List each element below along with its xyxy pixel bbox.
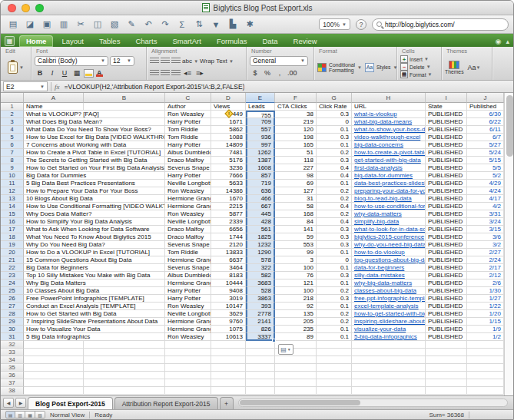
- column-header-C[interactable]: C: [165, 93, 211, 103]
- cell-author[interactable]: Severus Snape: [165, 241, 211, 249]
- cell-url[interactable]: how-to-use-conditional-formatting: [352, 203, 426, 210]
- cell-name[interactable]: How to Do a VLOOKUP in Excel [TUTORIAL]: [24, 249, 165, 256]
- cell-leads[interactable]: 1387: [246, 157, 275, 164]
- cell-empty[interactable]: [467, 356, 504, 364]
- cell-name[interactable]: Why Does Data Matter?: [24, 210, 165, 218]
- cell-state[interactable]: PUBLISHED: [426, 111, 467, 118]
- cell-empty[interactable]: [275, 356, 317, 364]
- cell-name[interactable]: What Data Do You Need To Show Your Boss?: [24, 126, 165, 134]
- cell-empty[interactable]: [211, 356, 246, 364]
- cell-leads[interactable]: 3863: [246, 295, 275, 303]
- cell-cta-clicks[interactable]: 51: [275, 149, 317, 157]
- cell-empty[interactable]: [84, 379, 165, 387]
- header-cell[interactable]: Leads: [246, 103, 275, 111]
- cell-empty[interactable]: [211, 387, 246, 395]
- new-document-icon[interactable]: ▤: [5, 17, 21, 31]
- cell-author[interactable]: Tom Riddle: [165, 126, 211, 134]
- decrease-indent-button[interactable]: ◂≡: [182, 68, 193, 78]
- cell-click-rate[interactable]: 0.4: [317, 218, 352, 226]
- cell-url[interactable]: why-do-you-need-big-data: [352, 241, 426, 249]
- row-header-25[interactable]: 25: [1, 287, 24, 295]
- cell-views[interactable]: 14386: [211, 187, 246, 195]
- cell-click-rate[interactable]: 0.1: [317, 249, 352, 256]
- cell-cta-clicks[interactable]: 59: [275, 233, 317, 241]
- cell-empty[interactable]: [246, 341, 275, 349]
- ribbon-tab-smartart[interactable]: SmartArt: [165, 35, 207, 47]
- cell-cta-clicks[interactable]: 99: [275, 249, 317, 256]
- cell-empty[interactable]: [426, 364, 467, 372]
- cell-empty[interactable]: [84, 349, 165, 356]
- align-bottom-icon[interactable]: [171, 58, 181, 64]
- cell-published[interactable]: 4/2: [467, 203, 504, 210]
- row-header-20[interactable]: 20: [1, 249, 24, 256]
- cell-author[interactable]: Tom Riddle: [165, 249, 211, 256]
- chart-icon[interactable]: ▙: [225, 17, 240, 31]
- cell-empty[interactable]: [317, 364, 352, 372]
- cell-empty[interactable]: [352, 356, 426, 364]
- column-header-B[interactable]: B: [84, 93, 165, 103]
- cell-author[interactable]: Neville Longbottom: [165, 218, 211, 226]
- align-right-icon[interactable]: [171, 70, 181, 77]
- cell-views[interactable]: 3019: [211, 295, 246, 303]
- cell-author[interactable]: Hermione Granger: [165, 326, 211, 333]
- cell-author[interactable]: Harry Potter: [165, 172, 211, 180]
- cell-name[interactable]: How to Get Started with Big Data: [24, 310, 165, 318]
- cell-empty[interactable]: [24, 372, 84, 379]
- cell-click-rate[interactable]: 0.1: [317, 180, 352, 187]
- cell-name[interactable]: The Secrets to Getting Started with Big …: [24, 157, 165, 164]
- cell-author[interactable]: Neville Longbottom: [165, 310, 211, 318]
- cell-url[interactable]: blog-to-read-big-data: [352, 195, 426, 203]
- cell-author[interactable]: Hermione Granger: [165, 195, 211, 203]
- cell-empty[interactable]: [246, 379, 275, 387]
- cell-name[interactable]: How to Prepare Your Data For Your Boss: [24, 187, 165, 195]
- cell-url[interactable]: simplify-big-data: [352, 218, 426, 226]
- number-format-decimal-button[interactable]: .00: [287, 68, 298, 78]
- cell-leads[interactable]: 445: [246, 210, 275, 218]
- cell-author[interactable]: Draco Malfoy: [165, 226, 211, 233]
- row-header-23[interactable]: 23: [1, 272, 24, 279]
- cell-empty[interactable]: [24, 387, 84, 395]
- cell-author[interactable]: Hermione Granger: [165, 318, 211, 326]
- cell-empty[interactable]: [84, 356, 165, 364]
- ribbon-tab-tables[interactable]: Tables: [92, 35, 127, 47]
- cell-empty[interactable]: [352, 364, 426, 372]
- row-header-3[interactable]: 3: [1, 118, 24, 126]
- cell-empty[interactable]: [165, 349, 211, 356]
- cell-state[interactable]: PUBLISHED: [426, 226, 467, 233]
- cell-published[interactable]: 5/5: [467, 164, 504, 172]
- cell-leads[interactable]: 997: [246, 141, 275, 149]
- row-header-31[interactable]: 31: [1, 333, 24, 341]
- cell-published[interactable]: 4/17: [467, 195, 504, 203]
- header-cell[interactable]: URL: [352, 103, 426, 111]
- cell-empty[interactable]: [275, 387, 317, 395]
- cell-empty[interactable]: [24, 356, 84, 364]
- cell-leads[interactable]: 755: [246, 111, 275, 118]
- cell-state[interactable]: PUBLISHED: [426, 210, 467, 218]
- column-header-H[interactable]: H: [352, 93, 426, 103]
- cell-empty[interactable]: [24, 349, 84, 356]
- font-color-button[interactable]: A: [95, 69, 104, 77]
- vertical-scrollbar[interactable]: [504, 93, 513, 395]
- filter-icon[interactable]: ▼: [208, 17, 224, 31]
- cell-click-rate[interactable]: 0.2: [317, 195, 352, 203]
- cell-empty[interactable]: [84, 387, 165, 395]
- font-name-select[interactable]: Calibri (Body)▼: [35, 56, 108, 66]
- cell-views[interactable]: 5633: [211, 180, 246, 187]
- zoom-control[interactable]: 100% ▼: [319, 18, 350, 30]
- fill-handle[interactable]: [272, 339, 276, 342]
- cell-click-rate[interactable]: 0.3: [317, 233, 352, 241]
- header-cell[interactable]: Name: [24, 103, 84, 111]
- normal-view-icon[interactable]: ▤: [5, 411, 15, 418]
- row-header-36[interactable]: 36: [1, 372, 24, 379]
- cell-empty[interactable]: [352, 379, 426, 387]
- vertical-scrollbar-thumb[interactable]: [506, 95, 513, 157]
- cell-empty[interactable]: [352, 387, 426, 395]
- cell-empty[interactable]: [352, 341, 426, 349]
- cell-name[interactable]: 10 Classes About Big Data: [24, 287, 165, 295]
- cell-views[interactable]: 5862: [211, 126, 246, 134]
- row-header-14[interactable]: 14: [1, 203, 24, 210]
- zoom-window-button[interactable]: [35, 4, 44, 12]
- row-header-1[interactable]: 1: [1, 103, 24, 111]
- cell-empty[interactable]: [211, 341, 246, 349]
- cell-url[interactable]: biglytics-2015-conference: [352, 233, 426, 241]
